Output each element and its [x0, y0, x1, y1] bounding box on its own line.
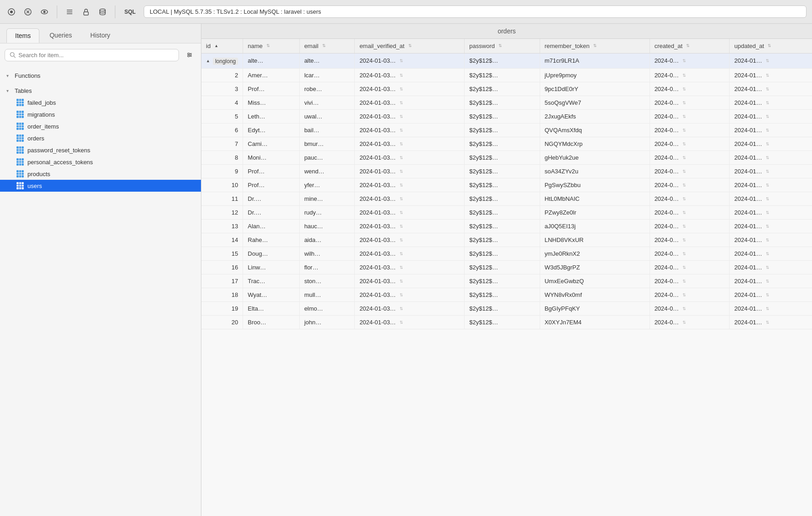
tables-header[interactable]: ▾ Tables [0, 85, 201, 97]
cell-name: Dr.… [243, 192, 299, 205]
cell-name: Leth… [243, 109, 299, 123]
col-header-name[interactable]: name ⇅ [243, 39, 299, 54]
table-row[interactable]: 7Cami…bmur…2024-01-03… ⇅$2y$12$…NGQYMdcX… [201, 137, 812, 150]
cell-password: $2y$12$… [465, 247, 540, 260]
table-row[interactable]: 3Prof…robe…2024-01-03… ⇅$2y$12$…9pc1DdE0… [201, 82, 812, 96]
sql-button[interactable]: SQL [122, 6, 138, 18]
sidebar-item-products[interactable]: products [0, 168, 201, 180]
cell-email_verified_at: 2024-01-03… ⇅ [355, 109, 465, 123]
table-row[interactable]: 20Broo…john…2024-01-03… ⇅$2y$12$…X0XYJn7… [201, 315, 812, 329]
sidebar-item-failed-jobs[interactable]: failed_jobs [0, 97, 201, 108]
table-row[interactable]: 11Dr.…mine…2024-01-03… ⇅$2y$12$…HtL0MbNA… [201, 192, 812, 205]
sidebar-item-personal-access-tokens[interactable]: personal_access_tokens [0, 156, 201, 168]
cell-email: wend… [299, 164, 355, 178]
cell-remember_token: QVQAmsXfdq [540, 123, 650, 137]
cell-created_at: 2024-0… ⇅ [650, 315, 730, 329]
col-header-updated-at[interactable]: updated_at ⇅ [730, 39, 812, 54]
cell-id: 5 [201, 109, 243, 123]
cell-created_at: 2024-0… ⇅ [650, 164, 730, 178]
cell-created_at: 2024-0… ⇅ [650, 247, 730, 260]
cell-email: ston… [299, 274, 355, 288]
cell-updated_at: 2024-01… ⇅ [730, 137, 812, 150]
sidebar-item-orders[interactable]: orders [0, 132, 201, 144]
table-row[interactable]: 18Wyat…mull…2024-01-03… ⇅$2y$12$…WYN8vRx… [201, 288, 812, 301]
cell-password: $2y$12$… [465, 164, 540, 178]
connection-string: LOCAL | MySQL 5.7.35 : TLSv1.2 : Local M… [150, 8, 321, 15]
cell-updated_at: 2024-01… ⇅ [730, 301, 812, 315]
cell-email_verified_at: 2024-01-03… ⇅ [355, 82, 465, 96]
tab-items[interactable]: Items [6, 28, 39, 43]
sort-created-icon[interactable]: ⇅ [686, 44, 690, 48]
table-row[interactable]: 14Rahe…aida…2024-01-03… ⇅$2y$12$…LNHD8VK… [201, 233, 812, 247]
sort-email-icon[interactable]: ⇅ [322, 44, 326, 48]
close-icon[interactable] [22, 6, 34, 18]
record-icon[interactable] [5, 6, 17, 18]
table-row[interactable]: 5Leth…uwal…2024-01-03… ⇅$2y$12$…2JxugAEk… [201, 109, 812, 123]
cell-remember_token: 5soQsgVWe7 [540, 96, 650, 109]
address-bar[interactable]: LOCAL | MySQL 5.7.35 : TLSv1.2 : Local M… [144, 5, 807, 18]
col-header-email-verified-at[interactable]: email_verified_at ⇅ [355, 39, 465, 54]
table-row[interactable]: 16Linw…flor…2024-01-03… ⇅$2y$12$…W3d5JBg… [201, 260, 812, 274]
functions-section: ▾ Functions [0, 68, 201, 83]
cell-updated_at: 2024-01… ⇅ [730, 68, 812, 82]
cell-remember_token: ymJe0RknX2 [540, 247, 650, 260]
table-label: order_items [27, 123, 59, 130]
table-row[interactable]: 2Amer…lcar…2024-01-03… ⇅$2y$12$…jUpre9pm… [201, 68, 812, 82]
db-icon[interactable] [97, 6, 108, 18]
table-row[interactable]: 10Prof…yfer…2024-01-03… ⇅$2y$12$…PgSwySZ… [201, 178, 812, 192]
sidebar-tree: ▾ Functions ▾ Tables failed_jobs [0, 66, 201, 516]
tables-chevron: ▾ [6, 88, 12, 93]
cell-email_verified_at: 2024-01-03… ⇅ [355, 315, 465, 329]
eye-icon[interactable] [38, 6, 50, 18]
sort-id-icon[interactable]: ▲ [214, 44, 218, 48]
cell-email: hauc… [299, 219, 355, 233]
table-row[interactable]: 19Elta…elmo…2024-01-03… ⇅$2y$12$…BgGIyPF… [201, 301, 812, 315]
table-row[interactable]: 9Prof…wend…2024-01-03… ⇅$2y$12$…soA34ZYv… [201, 164, 812, 178]
col-header-password[interactable]: password ⇅ [465, 39, 540, 54]
cell-email_verified_at: 2024-01-03… ⇅ [355, 260, 465, 274]
cell-email: robe… [299, 82, 355, 96]
table-row[interactable]: ▲ longlong alte…alte…2024-01-03… ⇅$2y$12… [201, 54, 812, 69]
table-row[interactable]: 8Moni…pauc…2024-01-03… ⇅$2y$12$…gHebYuk2… [201, 150, 812, 164]
table-row[interactable]: 13Alan…hauc…2024-01-03… ⇅$2y$12$…aJ0Q5EI… [201, 219, 812, 233]
cell-email: wilh… [299, 247, 355, 260]
table-wrapper[interactable]: id ▲ name ⇅ [201, 39, 812, 516]
sort-token-icon[interactable]: ⇅ [593, 44, 597, 48]
sort-verified-icon[interactable]: ⇅ [408, 44, 412, 48]
search-input[interactable] [18, 52, 174, 59]
table-row[interactable]: 15Doug…wilh…2024-01-03… ⇅$2y$12$…ymJe0Rk… [201, 247, 812, 260]
cell-name: Trac… [243, 274, 299, 288]
col-header-email[interactable]: email ⇅ [299, 39, 355, 54]
col-header-remember-token[interactable]: remember_token ⇅ [540, 39, 650, 54]
sidebar-item-order-items[interactable]: order_items [0, 120, 201, 132]
cell-password: $2y$12$… [465, 109, 540, 123]
cell-remember_token: LNHD8VKxUR [540, 233, 650, 247]
cell-updated_at: 2024-01… ⇅ [730, 150, 812, 164]
sort-name-icon[interactable]: ⇅ [266, 44, 270, 48]
filter-button[interactable] [183, 48, 196, 62]
table-row[interactable]: 17Trac…ston…2024-01-03… ⇅$2y$12$…UmxEeGw… [201, 274, 812, 288]
functions-header[interactable]: ▾ Functions [0, 70, 201, 81]
table-row[interactable]: 4Miss…vivi…2024-01-03… ⇅$2y$12$…5soQsgVW… [201, 96, 812, 109]
list-icon[interactable] [64, 6, 76, 18]
divider-1 [57, 5, 57, 18]
table-row[interactable]: 6Edyt…bail…2024-01-03… ⇅$2y$12$…QVQAmsXf… [201, 123, 812, 137]
tab-queries[interactable]: Queries [41, 28, 80, 43]
svg-point-18 [190, 54, 191, 56]
cell-created_at: 2024-0… ⇅ [650, 301, 730, 315]
cell-updated_at: 2024-01… ⇅ [730, 123, 812, 137]
cell-email_verified_at: 2024-01-03… ⇅ [355, 301, 465, 315]
cell-password: $2y$12$… [465, 178, 540, 192]
table-row[interactable]: 12Dr.…rudy…2024-01-03… ⇅$2y$12$…PZwy8Ze0… [201, 205, 812, 219]
sort-updated-icon[interactable]: ⇅ [768, 44, 771, 48]
search-box[interactable] [5, 49, 179, 61]
lock-icon[interactable] [80, 6, 92, 18]
sidebar-item-migrations[interactable]: migrations [0, 108, 201, 120]
sidebar-item-password-reset-tokens[interactable]: password_reset_tokens [0, 144, 201, 156]
sort-password-icon[interactable]: ⇅ [498, 44, 502, 48]
cell-remember_token: aJ0Q5EI13j [540, 219, 650, 233]
sidebar-item-users[interactable]: users [0, 180, 201, 192]
tab-history[interactable]: History [82, 28, 119, 43]
col-header-id[interactable]: id ▲ [201, 39, 243, 54]
col-header-created-at[interactable]: created_at ⇅ [650, 39, 730, 54]
